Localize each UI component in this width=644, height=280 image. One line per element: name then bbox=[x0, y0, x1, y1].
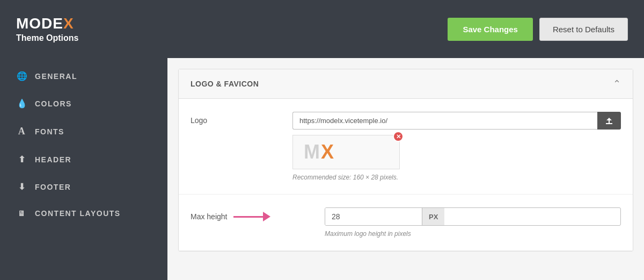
arrow-shaft bbox=[233, 216, 263, 218]
section-header: LOGO & FAVICON ⌃ bbox=[179, 69, 633, 99]
logo-label: Logo bbox=[191, 112, 276, 125]
logo-area: MODEX Theme Options bbox=[16, 15, 78, 43]
arrow-tip bbox=[263, 212, 270, 221]
logo-row: Logo MX ✕ bbox=[179, 99, 633, 195]
colors-icon: 💧 bbox=[17, 98, 27, 109]
logo-input-row bbox=[292, 112, 621, 130]
logo-control-area: MX ✕ Recommended size: 160 × 28 pixels. bbox=[292, 112, 621, 181]
header-actions: Save Changes Reset to Defaults bbox=[448, 18, 628, 41]
section-title: LOGO & FAVICON bbox=[191, 80, 259, 88]
logo-remove-button[interactable]: ✕ bbox=[393, 131, 404, 142]
sidebar-item-content-layouts[interactable]: 🖥 CONTENT LAYOUTS bbox=[0, 200, 167, 226]
logo-url-input[interactable] bbox=[292, 112, 597, 130]
logo-recommended-hint: Recommended size: 160 × 28 pixels. bbox=[292, 174, 621, 181]
height-input-group: PX bbox=[325, 207, 621, 226]
logo-preview-m: M bbox=[304, 141, 321, 163]
reset-defaults-button[interactable]: Reset to Defaults bbox=[539, 18, 628, 41]
fonts-icon: A bbox=[17, 126, 27, 137]
sidebar-item-colors[interactable]: 💧 COLORS bbox=[0, 90, 167, 117]
max-height-input[interactable] bbox=[325, 208, 422, 225]
header-icon: ⬆ bbox=[17, 154, 27, 164]
logo-favicon-panel: LOGO & FAVICON ⌃ Logo bbox=[178, 69, 633, 252]
height-hint: Maximum logo height in pixels bbox=[325, 230, 621, 238]
sidebar-item-header[interactable]: ⬆ HEADER bbox=[0, 146, 167, 173]
sidebar-label-content-layouts: CONTENT LAYOUTS bbox=[35, 209, 121, 218]
logo-preview-box: MX ✕ bbox=[292, 135, 400, 169]
app-subtitle: Theme Options bbox=[16, 33, 78, 43]
max-height-control-area: PX Maximum logo height in pixels bbox=[325, 207, 621, 238]
arrow-indicator bbox=[233, 212, 270, 221]
logo-preview-x: X bbox=[321, 141, 335, 163]
logo-highlight: X bbox=[63, 15, 74, 32]
sidebar-label-header: HEADER bbox=[35, 155, 71, 164]
sidebar-label-colors: COLORS bbox=[35, 99, 72, 108]
sidebar-item-fonts[interactable]: A FONTS bbox=[0, 117, 167, 146]
main-layout: 🌐 GENERAL 💧 COLORS A FONTS ⬆ HEADER ⬇ FO… bbox=[0, 58, 644, 280]
sidebar-label-footer: FOOTER bbox=[35, 183, 71, 191]
app-header: MODEX Theme Options Save Changes Reset t… bbox=[0, 0, 644, 58]
content-layouts-icon: 🖥 bbox=[17, 209, 27, 218]
max-height-label: Max height bbox=[191, 212, 227, 221]
max-height-row: Max height PX Maximum logo height in pix… bbox=[179, 195, 633, 251]
upload-icon bbox=[605, 117, 613, 125]
sidebar-item-footer[interactable]: ⬇ FOOTER bbox=[0, 173, 167, 200]
main-content: LOGO & FAVICON ⌃ Logo bbox=[167, 58, 644, 280]
footer-icon: ⬇ bbox=[17, 182, 27, 192]
sidebar-item-general[interactable]: 🌐 GENERAL bbox=[0, 62, 167, 90]
sidebar-label-general: GENERAL bbox=[35, 72, 77, 81]
sidebar: 🌐 GENERAL 💧 COLORS A FONTS ⬆ HEADER ⬇ FO… bbox=[0, 58, 167, 280]
sidebar-label-fonts: FONTS bbox=[35, 127, 64, 136]
height-unit-label: PX bbox=[422, 208, 444, 225]
max-height-label-area: Max height bbox=[191, 207, 309, 221]
logo-upload-button[interactable] bbox=[597, 112, 621, 130]
app-logo: MODEX bbox=[16, 15, 78, 32]
logo-preview-text: MX bbox=[304, 141, 335, 163]
collapse-icon[interactable]: ⌃ bbox=[613, 78, 621, 90]
general-icon: 🌐 bbox=[17, 71, 27, 81]
save-changes-button[interactable]: Save Changes bbox=[448, 18, 533, 41]
